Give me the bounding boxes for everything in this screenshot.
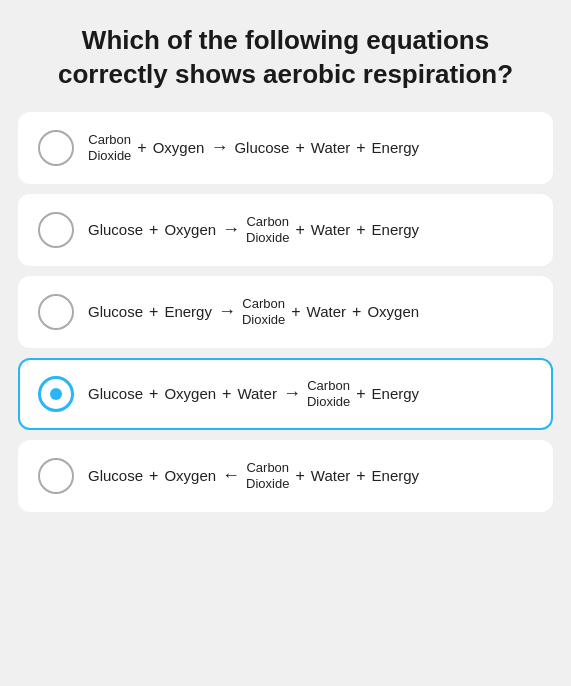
plus-sign: +: [356, 385, 365, 403]
plus-sign: +: [295, 221, 304, 239]
equation-text: Glucose: [88, 221, 143, 238]
equation-4: Glucose+Oxygen+Water→CarbonDioxide+Energ…: [88, 378, 419, 409]
radio-circle-4[interactable]: [38, 376, 74, 412]
equation-text: Water: [311, 467, 350, 484]
option-item-2[interactable]: Glucose+Oxygen→CarbonDioxide+Water+Energ…: [18, 194, 553, 266]
option-item-1[interactable]: CarbonDioxide+Oxygen→Glucose+Water+Energ…: [18, 112, 553, 184]
plus-sign: +: [295, 467, 304, 485]
arrow-right-icon: →: [210, 137, 228, 158]
options-list: CarbonDioxide+Oxygen→Glucose+Water+Energ…: [10, 112, 561, 512]
two-line-text: CarbonDioxide: [246, 214, 289, 245]
plus-sign: +: [356, 139, 365, 157]
plus-sign: +: [137, 139, 146, 157]
equation-2: Glucose+Oxygen→CarbonDioxide+Water+Energ…: [88, 214, 419, 245]
two-line-text: CarbonDioxide: [88, 132, 131, 163]
plus-sign: +: [291, 303, 300, 321]
equation-text: Energy: [372, 467, 420, 484]
option-item-3[interactable]: Glucose+Energy→CarbonDioxide+Water+Oxyge…: [18, 276, 553, 348]
equation-text: Water: [237, 385, 276, 402]
main-container: Which of the following equations correct…: [0, 0, 571, 532]
equation-text: Oxygen: [164, 385, 216, 402]
two-line-text: CarbonDioxide: [307, 378, 350, 409]
equation-text: Energy: [372, 221, 420, 238]
equation-text: Water: [311, 139, 350, 156]
arrow-right-icon: →: [283, 383, 301, 404]
plus-sign: +: [356, 221, 365, 239]
arrow-right-icon: →: [218, 301, 236, 322]
option-item-4[interactable]: Glucose+Oxygen+Water→CarbonDioxide+Energ…: [18, 358, 553, 430]
equation-text: Glucose: [88, 467, 143, 484]
equation-text: Oxygen: [164, 221, 216, 238]
equation-text: Water: [307, 303, 346, 320]
arrow-right-icon: →: [222, 219, 240, 240]
equation-text: Oxygen: [153, 139, 205, 156]
radio-circle-2[interactable]: [38, 212, 74, 248]
equation-text: Glucose: [234, 139, 289, 156]
equation-text: Energy: [164, 303, 212, 320]
equation-text: Glucose: [88, 303, 143, 320]
equation-text: Energy: [372, 385, 420, 402]
equation-text: Oxygen: [367, 303, 419, 320]
equation-text: Oxygen: [164, 467, 216, 484]
radio-circle-5[interactable]: [38, 458, 74, 494]
equation-3: Glucose+Energy→CarbonDioxide+Water+Oxyge…: [88, 296, 419, 327]
question-text: Which of the following equations correct…: [10, 0, 561, 112]
option-item-5[interactable]: Glucose+Oxygen←CarbonDioxide+Water+Energ…: [18, 440, 553, 512]
plus-sign: +: [222, 385, 231, 403]
arrow-left-icon: ←: [222, 465, 240, 486]
plus-sign: +: [356, 467, 365, 485]
plus-sign: +: [149, 303, 158, 321]
radio-circle-3[interactable]: [38, 294, 74, 330]
radio-inner-4: [50, 388, 62, 400]
plus-sign: +: [149, 385, 158, 403]
radio-circle-1[interactable]: [38, 130, 74, 166]
plus-sign: +: [149, 467, 158, 485]
equation-5: Glucose+Oxygen←CarbonDioxide+Water+Energ…: [88, 460, 419, 491]
equation-text: Energy: [372, 139, 420, 156]
plus-sign: +: [295, 139, 304, 157]
equation-text: Water: [311, 221, 350, 238]
plus-sign: +: [352, 303, 361, 321]
plus-sign: +: [149, 221, 158, 239]
equation-text: Glucose: [88, 385, 143, 402]
two-line-text: CarbonDioxide: [242, 296, 285, 327]
two-line-text: CarbonDioxide: [246, 460, 289, 491]
equation-1: CarbonDioxide+Oxygen→Glucose+Water+Energ…: [88, 132, 419, 163]
